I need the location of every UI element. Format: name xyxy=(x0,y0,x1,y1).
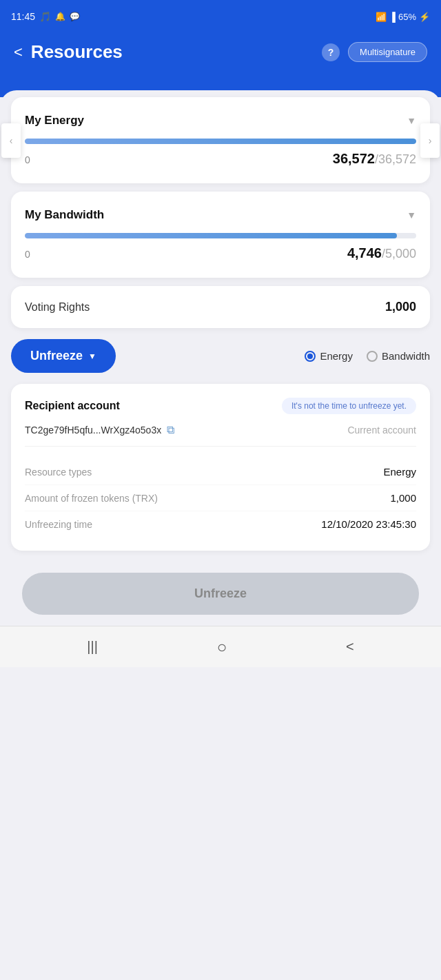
energy-max: /36,572 xyxy=(375,152,416,166)
battery-level: 65% xyxy=(398,12,416,22)
nav-menu-icon[interactable]: ||| xyxy=(87,639,98,655)
energy-min: 0 xyxy=(25,154,30,165)
energy-radio-label: Energy xyxy=(320,350,353,362)
nav-home-icon[interactable]: ○ xyxy=(217,637,227,657)
energy-progress-fill xyxy=(25,139,416,144)
energy-radio-dot[interactable] xyxy=(305,351,316,362)
copy-icon[interactable]: ⧉ xyxy=(167,424,174,436)
help-button[interactable]: ? xyxy=(322,43,340,61)
messenger-icon: 💬 xyxy=(70,12,80,21)
energy-dropdown-icon[interactable]: ▼ xyxy=(407,115,416,126)
unfreezing-time-label: Unfreezing time xyxy=(25,519,92,530)
recipient-row: Recipient account It's not the time to u… xyxy=(25,398,416,414)
spotify-icon: 🎵 xyxy=(39,11,51,22)
bandwidth-min: 0 xyxy=(25,249,30,260)
bandwidth-radio-label: Bandwidth xyxy=(382,350,430,362)
voting-rights-label: Voting Rights xyxy=(25,301,90,314)
bandwidth-radio-option[interactable]: Bandwidth xyxy=(367,350,430,362)
frozen-amount-label: Amount of frozen tokens (TRX) xyxy=(25,493,158,504)
bandwidth-card: My Bandwidth ▼ 0 4,746/5,000 xyxy=(11,192,430,278)
status-time: 11:45 xyxy=(11,11,35,22)
resource-types-label: Resource types xyxy=(25,467,92,478)
bandwidth-radio-dot[interactable] xyxy=(367,351,378,362)
energy-current: 36,572 xyxy=(333,151,375,166)
recipient-label: Recipient account xyxy=(25,400,120,412)
bandwidth-progress-fill xyxy=(25,233,397,238)
status-left: 11:45 🎵 🔔 💬 xyxy=(11,11,80,22)
address-row: TC2ge79fH5qfu...WrXgz4o5o3x ⧉ Current ac… xyxy=(25,424,416,447)
bandwidth-card-header: My Bandwidth ▼ xyxy=(25,208,416,222)
frozen-amount-row: Amount of frozen tokens (TRX) 1,000 xyxy=(25,485,416,511)
not-time-badge: It's not the time to unfreeze yet. xyxy=(282,398,416,414)
bandwidth-max: /5,000 xyxy=(382,247,416,261)
unfreeze-dropdown-button[interactable]: Unfreeze ▼ xyxy=(11,339,116,373)
bandwidth-progress-container xyxy=(25,233,416,238)
page-title: Resources xyxy=(31,41,314,63)
header: < Resources ? Multisignature xyxy=(0,33,441,90)
energy-progress-labels: 0 36,572/36,572 xyxy=(25,151,416,167)
unfreezing-time-row: Unfreezing time 12/10/2020 23:45:30 xyxy=(25,511,416,537)
bandwidth-current: 4,746 xyxy=(347,245,382,261)
unfreezing-time-value: 12/10/2020 23:45:30 xyxy=(321,518,416,530)
energy-progress-container xyxy=(25,139,416,144)
unfreeze-btn-arrow-icon: ▼ xyxy=(88,351,96,361)
bandwidth-values: 4,746/5,000 xyxy=(347,245,416,261)
nav-back-icon[interactable]: < xyxy=(346,639,354,655)
voting-rights-card: Voting Rights 1,000 xyxy=(11,286,430,328)
battery-icon: ⚡ xyxy=(419,12,430,22)
resource-type-options: Energy Bandwidth xyxy=(305,350,430,362)
status-bar: 11:45 🎵 🔔 💬 📶 ▐ 65% ⚡ xyxy=(0,0,441,33)
unfreeze-section: Unfreeze ▼ Energy Bandwidth xyxy=(11,339,430,373)
signal-icon: ▐ xyxy=(389,12,396,22)
recipient-address: TC2ge79fH5qfu...WrXgz4o5o3x xyxy=(25,425,161,436)
resource-types-row: Resource types Energy xyxy=(25,459,416,485)
voting-rights-value: 1,000 xyxy=(385,300,416,314)
energy-title: My Energy xyxy=(25,114,84,127)
current-account-label: Current account xyxy=(347,425,416,436)
frozen-amount-value: 1,000 xyxy=(390,492,416,504)
energy-next-btn[interactable]: › xyxy=(420,123,440,158)
notify-icon: 🔔 xyxy=(55,12,65,21)
bottom-btn-container: Unfreeze xyxy=(11,562,430,626)
resource-types-value: Energy xyxy=(383,466,416,478)
energy-card-header: My Energy ▼ xyxy=(25,114,416,127)
status-right: 📶 ▐ 65% ⚡ xyxy=(376,12,430,22)
back-button[interactable]: < xyxy=(14,43,23,61)
bottom-unfreeze-button[interactable]: Unfreeze xyxy=(22,573,419,615)
bandwidth-dropdown-icon[interactable]: ▼ xyxy=(407,210,416,221)
main-content: ‹ My Energy ▼ 0 36,572/36,572 › My Bandw… xyxy=(0,97,441,626)
bandwidth-title: My Bandwidth xyxy=(25,208,104,222)
details-card: Recipient account It's not the time to u… xyxy=(11,384,430,551)
unfreeze-btn-label: Unfreeze xyxy=(30,349,83,363)
energy-radio-option[interactable]: Energy xyxy=(305,350,353,362)
energy-card: ‹ My Energy ▼ 0 36,572/36,572 › xyxy=(11,97,430,183)
energy-prev-btn[interactable]: ‹ xyxy=(1,123,21,158)
energy-values: 36,572/36,572 xyxy=(333,151,416,167)
nav-bar: ||| ○ < xyxy=(0,626,441,667)
wifi-icon: 📶 xyxy=(376,12,387,22)
bandwidth-progress-labels: 0 4,746/5,000 xyxy=(25,245,416,261)
multisig-badge[interactable]: Multisignature xyxy=(348,42,427,62)
